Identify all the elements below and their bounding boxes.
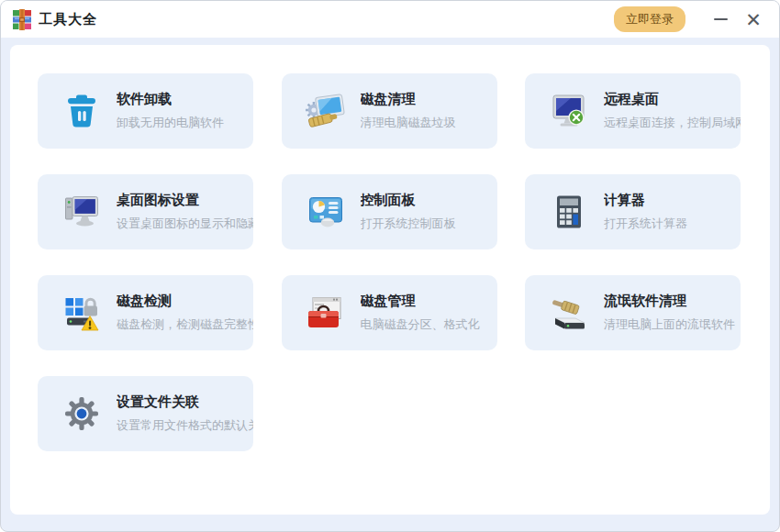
tool-title: 桌面图标设置 xyxy=(117,192,246,209)
app-window: 工具大全 立即登录 ✕ 软件卸载 卸载无用的电脑软件 xyxy=(0,0,780,532)
tool-title: 计算器 xyxy=(604,192,687,209)
minimize-button[interactable] xyxy=(708,6,733,32)
rogue-software-cleanup-icon xyxy=(548,292,590,334)
tool-subtitle: 打开系统计算器 xyxy=(604,216,687,232)
tool-title: 远程桌面 xyxy=(604,91,733,108)
file-association-icon xyxy=(61,393,103,435)
disk-check-icon xyxy=(61,292,103,334)
tool-subtitle: 远程桌面连接，控制局域网... xyxy=(604,115,733,131)
disk-cleanup-icon xyxy=(305,90,347,132)
tool-subtitle: 清理电脑磁盘垃圾 xyxy=(361,115,456,131)
main-panel: 软件卸载 卸载无用的电脑软件 磁盘清理 清理电脑磁盘垃圾 xyxy=(10,45,770,515)
tools-grid: 软件卸载 卸载无用的电脑软件 磁盘清理 清理电脑磁盘垃圾 xyxy=(38,73,741,451)
tool-card-6[interactable]: 计算器 打开系统计算器 xyxy=(525,174,741,249)
tool-title: 设置文件关联 xyxy=(117,393,246,411)
tool-title: 磁盘管理 xyxy=(361,293,480,310)
tool-card-2[interactable]: 磁盘清理 清理电脑磁盘垃圾 xyxy=(282,73,497,149)
tool-card-10[interactable]: 设置文件关联 设置常用文件格式的默认关联 xyxy=(38,376,253,451)
title-bar: 工具大全 立即登录 ✕ xyxy=(1,1,779,38)
remote-desktop-icon xyxy=(548,90,590,132)
tool-card-9[interactable]: 流氓软件清理 清理电脑上面的流氓软件 xyxy=(525,275,741,350)
trash-icon xyxy=(61,90,103,132)
calculator-icon xyxy=(548,191,590,233)
desktop-icon-settings-icon xyxy=(61,191,103,233)
tool-title: 磁盘检测 xyxy=(117,293,246,310)
close-icon: ✕ xyxy=(745,10,762,29)
tool-card-8[interactable]: 磁盘管理 电脑磁盘分区、格式化 xyxy=(282,275,497,350)
tool-title: 磁盘清理 xyxy=(361,91,456,108)
tool-subtitle: 电脑磁盘分区、格式化 xyxy=(361,316,480,333)
tool-subtitle: 设置常用文件格式的默认关联 xyxy=(117,417,246,434)
tool-card-7[interactable]: 磁盘检测 磁盘检测，检测磁盘完整性 xyxy=(38,275,253,350)
tool-subtitle: 卸载无用的电脑软件 xyxy=(117,115,224,131)
tool-title: 控制面板 xyxy=(361,192,456,209)
tool-card-1[interactable]: 软件卸载 卸载无用的电脑软件 xyxy=(38,73,253,149)
tool-subtitle: 打开系统控制面板 xyxy=(361,216,456,232)
minimize-icon xyxy=(714,18,728,20)
app-logo-icon xyxy=(12,9,32,30)
tool-card-4[interactable]: 桌面图标设置 设置桌面图标的显示和隐藏 xyxy=(38,174,253,249)
tool-title: 软件卸载 xyxy=(117,91,224,108)
login-button[interactable]: 立即登录 xyxy=(614,6,685,32)
close-button[interactable]: ✕ xyxy=(741,6,766,32)
app-title: 工具大全 xyxy=(39,11,97,28)
tool-subtitle: 磁盘检测，检测磁盘完整性 xyxy=(117,316,246,333)
disk-management-icon xyxy=(305,292,347,334)
tool-card-5[interactable]: 控制面板 打开系统控制面板 xyxy=(282,174,497,249)
tool-card-3[interactable]: 远程桌面 远程桌面连接，控制局域网... xyxy=(525,73,741,149)
tool-subtitle: 清理电脑上面的流氓软件 xyxy=(604,316,733,333)
tool-subtitle: 设置桌面图标的显示和隐藏 xyxy=(117,216,246,232)
control-panel-icon xyxy=(305,191,347,233)
tool-title: 流氓软件清理 xyxy=(604,293,733,310)
